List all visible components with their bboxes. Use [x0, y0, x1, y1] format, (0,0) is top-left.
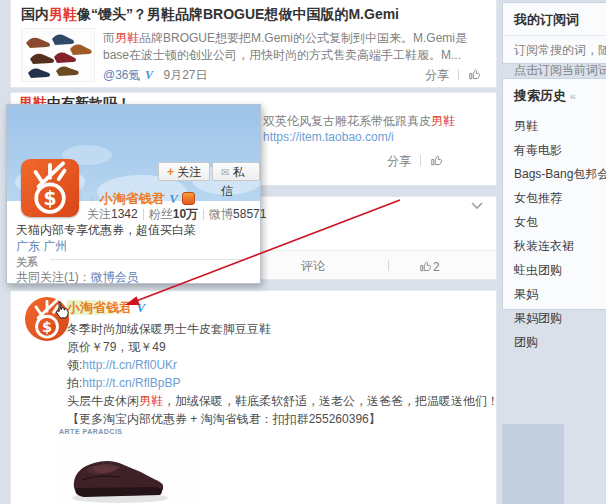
sidebar-subscribe-box: 我的订阅词 订阅常搜的词，随时跟踪 点击订阅当前词试试吧。 — [502, 2, 606, 64]
post-body-keyword: 男鞋 — [115, 31, 139, 45]
thumbs-up-icon[interactable] — [468, 67, 482, 81]
svg-text:$: $ — [43, 188, 56, 209]
coupon-label: 领: — [67, 358, 82, 372]
sidebar-search-history-box: 搜索历史 « 男鞋 有毒电影 Bags-Bang包邦会 女包推荐 女包 秋装连衣… — [502, 78, 606, 310]
weibo-search-results-page: 国内男鞋像“馒头”？男鞋品牌BROGUE想做中国版的M.Gemi 而男鞋品牌BR… — [0, 0, 606, 504]
mutual-follow-link[interactable]: 微博会员 — [91, 270, 139, 284]
post-body-rest: 品牌BROGUE想要把M.Gemi的公式复制到中国来。M.Gemi是base在波… — [103, 31, 467, 62]
divider — [420, 155, 421, 166]
post-title-rest: 像“馒头”？男鞋品牌BROGUE想做中国版的M.Gemi — [77, 6, 399, 22]
follow-stat-label: 关注 — [87, 207, 111, 221]
history-item[interactable]: 果妈团购 — [503, 307, 606, 331]
divider — [388, 260, 389, 271]
popup-avatar[interactable]: $ — [21, 159, 79, 217]
brand-logo-text: ARTE PARADCIS — [59, 428, 123, 435]
private-message-button[interactable]: ✉ 私信 — [212, 162, 260, 181]
history-item[interactable]: 果妈 — [503, 283, 606, 307]
divider — [203, 209, 204, 220]
post-date: 9月27日 — [163, 68, 207, 82]
fans-stat-value[interactable]: 10万 — [173, 207, 198, 221]
product-image[interactable]: ARTE PARADCIS — [56, 426, 201, 504]
post-body-line: 双英伦风复古雕花系带低跟真皮男鞋https://item.taobao.com/… — [263, 113, 495, 145]
v-badge-icon: V — [136, 300, 145, 315]
profile-popup-card: + 关注 ✉ 私信 $ ♀ 小淘省钱君 V 关注1342粉丝10万微博58571… — [6, 104, 261, 284]
post-body: 而男鞋品牌BROGUE想要把M.Gemi的公式复制到中国来。M.Gemi是bas… — [103, 30, 491, 64]
history-item[interactable]: 有毒电影 — [503, 139, 606, 163]
history-item[interactable]: Bags-Bang包邦会 — [503, 163, 606, 187]
post-title-keyword: 男鞋 — [49, 6, 77, 22]
post-body-pre: 双英伦风复古雕花系带低跟真皮 — [263, 114, 431, 128]
shoes-collage-image — [22, 29, 94, 81]
divider — [50, 259, 242, 260]
plus-icon: + — [167, 165, 174, 179]
post-source-link[interactable]: @36氪 — [103, 68, 141, 82]
svg-text:$: $ — [42, 319, 52, 335]
follow-button-label: 关注 — [177, 165, 201, 179]
member-badge-icon — [182, 192, 195, 205]
chevron-down-icon[interactable] — [470, 201, 484, 211]
post-line2-price: 原价￥79，现￥49 — [67, 339, 166, 356]
thumbs-up-icon — [419, 259, 433, 273]
popup-username[interactable]: 小淘省钱君 — [100, 191, 165, 206]
history-item[interactable]: 秋装连衣裙 — [503, 235, 606, 259]
v-badge-icon: V — [169, 191, 178, 206]
sheng-coin-logo-icon: $ — [25, 297, 69, 341]
post-username-link[interactable]: 小淘省钱君 — [67, 300, 132, 315]
post-title-keyword: 男鞋 — [19, 95, 47, 104]
feed-post-shoes-deal: $ 小淘省钱君 V 冬季时尚加绒保暖男士牛皮套脚豆豆鞋 原价￥79，现￥49 领… — [10, 290, 497, 504]
search-history-title-text: 搜索历史 — [514, 88, 566, 103]
like-button[interactable]: 2 — [419, 257, 440, 275]
follow-stat-value[interactable]: 1342 — [111, 207, 138, 221]
feed-post-brogue: 国内男鞋像“馒头”？男鞋品牌BROGUE想做中国版的M.Gemi 而男鞋品牌BR… — [10, 0, 497, 88]
buy-label: 拍: — [67, 376, 82, 390]
envelope-icon: ✉ — [221, 167, 229, 178]
post-title-clipped: 男鞋中有新款吗！ — [19, 95, 131, 104]
post-title-pre: 国内 — [21, 6, 49, 22]
subscribe-box-line1: 订阅常搜的词，随时跟踪 — [503, 36, 606, 59]
subscribe-box-title: 我的订阅词 — [503, 3, 606, 36]
post-line5-keyword: 男鞋 — [139, 394, 163, 408]
share-button[interactable]: 分享 — [425, 68, 449, 82]
coupon-url-link[interactable]: http://t.cn/Rfl0UKr — [82, 358, 177, 372]
buy-url-link[interactable]: http://t.cn/RflBpBP — [82, 376, 180, 390]
user-avatar[interactable]: $ — [25, 297, 69, 341]
post-title[interactable]: 国内男鞋像“馒头”？男鞋品牌BROGUE想做中国版的M.Gemi — [21, 6, 399, 24]
share-button[interactable]: 分享 — [387, 154, 411, 168]
thumbs-up-icon[interactable] — [430, 153, 444, 167]
follow-button[interactable]: + 关注 — [158, 162, 210, 181]
post-line1: 冬季时尚加绒保暖男士牛皮套脚豆豆鞋 — [67, 321, 271, 338]
gender-icon: ♀ — [87, 193, 95, 205]
post-line5-pre: 头层牛皮休闲 — [67, 394, 139, 408]
history-item[interactable]: 蛀虫团购 — [503, 259, 606, 283]
loafer-shoe-image — [62, 440, 182, 504]
subscribe-box-line2[interactable]: 点击订阅当前词试试吧。 — [503, 59, 606, 79]
sheng-coin-logo-icon: $ — [21, 159, 79, 217]
weibo-stat-label: 微博 — [209, 207, 233, 221]
divider — [143, 209, 144, 220]
search-history-title: 搜索历史 « — [503, 79, 606, 111]
post-body-keyword: 男鞋 — [431, 114, 455, 128]
comment-button[interactable]: 评论 — [301, 258, 325, 275]
post-body-pre: 而 — [103, 31, 115, 45]
mutual-follow-label: 共同关注(1)： — [16, 270, 91, 284]
weibo-stat-value[interactable]: 58571 — [233, 207, 266, 221]
item-url-link[interactable]: https://item.taobao.com/i — [263, 130, 394, 144]
popup-description: 天猫内部专享优惠券，超值买白菜 — [16, 222, 196, 239]
history-item[interactable]: 团购 — [503, 331, 606, 355]
divider — [458, 69, 459, 80]
post-line5-rest: ，加绒保暖，鞋底柔软舒适，送老公，送爸爸，把温暖送他们！ — [163, 394, 495, 408]
v-badge-icon: V — [145, 68, 153, 82]
history-item[interactable]: 女包推荐 — [503, 187, 606, 211]
history-item[interactable]: 男鞋 — [503, 115, 606, 139]
like-count: 2 — [433, 260, 440, 274]
history-item[interactable]: 女包 — [503, 211, 606, 235]
collapse-icon[interactable]: « — [570, 90, 576, 102]
fans-stat-label: 粉丝 — [149, 207, 173, 221]
post-thumbnail[interactable] — [21, 28, 95, 82]
post-title-rest: 中有新款吗！ — [47, 95, 131, 104]
sidebar-decoration-block — [502, 424, 564, 504]
